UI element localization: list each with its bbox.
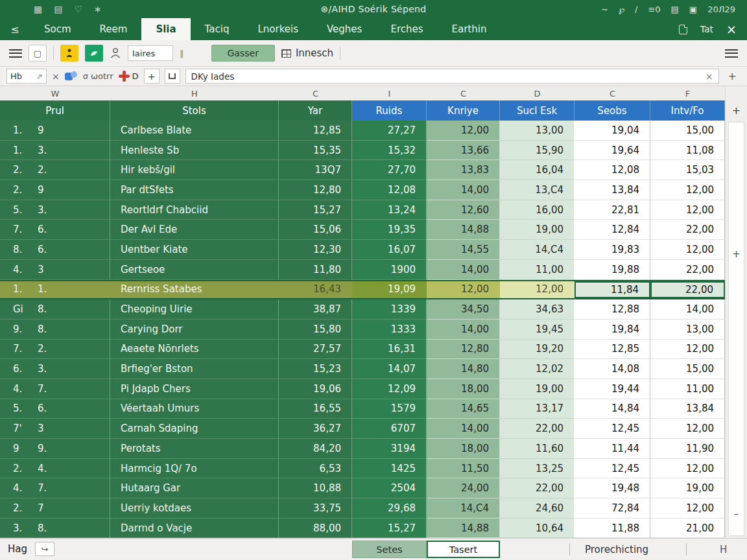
cell[interactable]: 1. [0, 121, 31, 141]
cell[interactable]: 27,57 [279, 340, 352, 360]
cell[interactable]: 7. [31, 379, 110, 399]
cell[interactable]: 9 [31, 121, 110, 141]
cell[interactable]: 24,00 [427, 478, 500, 498]
cell[interactable]: 29,68 [352, 498, 427, 519]
person-icon[interactable] [110, 47, 121, 59]
cell[interactable]: 3194 [352, 439, 427, 459]
menu-tab-slia[interactable]: Slia [141, 18, 190, 40]
cell[interactable]: Der Avl Ede [110, 220, 279, 240]
table-row[interactable]: 99.Perotats84,20319418,0011,6011,4411,90 [0, 439, 725, 459]
column-header-knriye[interactable]: Knriye [427, 100, 500, 121]
panel-icon[interactable]: ▤ [671, 5, 679, 14]
table-row[interactable]: 7.2.Aeaete Nōnrlets27,5716,3112,8019,201… [0, 340, 725, 360]
cell[interactable]: Darrnd o Vacje [110, 519, 279, 539]
cell[interactable]: 19,45 [500, 320, 575, 340]
cell[interactable]: 11,84 [575, 281, 650, 299]
cell[interactable]: 14,88 [427, 220, 500, 240]
menu-tab-reem[interactable]: Reem [86, 18, 142, 40]
cell[interactable]: 15,80 [279, 320, 352, 340]
table-row[interactable]: 1.9Carlbese Blate12,8527,2712,0013,0019,… [0, 121, 725, 141]
table-row[interactable]: 2.2.Hir kebš/gil13Q727,7013,8316,0412,08… [0, 160, 725, 180]
window-icon[interactable]: ▣ [689, 5, 697, 14]
cell[interactable]: 16,55 [279, 399, 352, 419]
cell[interactable]: 12,84 [575, 220, 650, 240]
cell[interactable]: 3. [0, 519, 31, 539]
cell[interactable]: 14,C4 [427, 498, 500, 519]
cell[interactable]: 15,03 [650, 160, 725, 180]
sheet-tab-tasert[interactable]: Tasert [427, 541, 500, 558]
cell[interactable]: Cheoping Uirie [110, 299, 279, 320]
cell[interactable]: 18,00 [427, 379, 500, 399]
cell[interactable]: 36,27 [279, 419, 352, 439]
cancel-icon[interactable]: × [52, 71, 60, 82]
table-row[interactable]: 5.6.Véertaah Umurs16,55157914,6513,1714,… [0, 399, 725, 419]
cell[interactable]: 13,84 [575, 180, 650, 200]
table-row[interactable]: 2.9Par dtSfets12,8012,0814,0013,C413,841… [0, 180, 725, 200]
cell[interactable]: 12,80 [279, 180, 352, 200]
cell[interactable]: Uentber Kiate [110, 240, 279, 260]
cell[interactable]: 27,27 [352, 121, 427, 141]
cell[interactable]: 5. [0, 399, 31, 419]
cell[interactable]: 8. [31, 519, 110, 539]
cell[interactable]: 16,04 [500, 160, 575, 180]
folder-button[interactable]: ▢ [29, 45, 47, 62]
table-row[interactable]: 3.8.Darrnd o Vacje88,0015,2714,8810,6411… [0, 519, 725, 539]
cell[interactable]: Carying Dorr [110, 320, 279, 340]
cell[interactable]: 11,90 [650, 439, 725, 459]
cell[interactable]: 19,64 [575, 141, 650, 161]
cell[interactable]: 12,85 [575, 340, 650, 360]
column-letter[interactable]: D [500, 86, 575, 100]
cell[interactable]: 14,80 [427, 359, 500, 379]
cell[interactable]: 13Q7 [279, 160, 352, 180]
cell[interactable]: 6707 [352, 419, 427, 439]
cell[interactable]: 1339 [352, 299, 427, 320]
cell[interactable]: 10,64 [500, 519, 575, 539]
cell[interactable]: 13,66 [427, 141, 500, 161]
cell[interactable]: 12,00 [650, 340, 725, 360]
cell[interactable]: 33,75 [279, 498, 352, 519]
insert-plus-button[interactable]: + [144, 69, 160, 84]
close-icon[interactable]: × [726, 22, 737, 36]
table-row[interactable]: 4.7.Pi Jdapb Chers19,0612,0918,0019,0019… [0, 379, 725, 399]
cell[interactable]: 14,08 [575, 359, 650, 379]
column-letter[interactable]: I [352, 86, 427, 100]
slash-icon[interactable]: ∕ [635, 5, 637, 14]
cell[interactable]: 27,70 [352, 160, 427, 180]
cell[interactable]: Carnah Sdaping [110, 419, 279, 439]
cell[interactable]: 21,00 [650, 519, 725, 539]
cell[interactable]: 8. [31, 320, 110, 340]
cell[interactable]: 1. [0, 141, 31, 161]
cell[interactable]: 19,06 [279, 379, 352, 399]
cell[interactable]: 19,00 [500, 220, 575, 240]
cell[interactable]: 13,C4 [500, 180, 575, 200]
column-letter[interactable]: W [0, 86, 110, 100]
add-row-button[interactable]: + [726, 248, 747, 260]
table-row-selected[interactable]: 1.1.Rernriss Satabes16,4319,0912,0012,00… [0, 280, 725, 300]
cell[interactable]: 12,00 [650, 180, 725, 200]
chart-blue-icon[interactable] [65, 71, 78, 82]
cell[interactable]: 13,84 [650, 399, 725, 419]
cell[interactable]: 38,87 [279, 299, 352, 320]
cell[interactable]: 11,80 [279, 260, 352, 280]
scrollbar-track[interactable] [728, 122, 744, 536]
cell[interactable]: 14,84 [575, 399, 650, 419]
cell[interactable]: 14,88 [427, 519, 500, 539]
cell[interactable]: Brfieg'er Bston [110, 359, 279, 379]
menu-right-label[interactable]: Tat [700, 24, 713, 34]
column-header-ruids[interactable]: Ruids [352, 100, 427, 121]
cell[interactable]: 11,60 [500, 439, 575, 459]
column-letter[interactable]: C [279, 86, 352, 100]
sheet-tab-setes[interactable]: Setes [352, 541, 427, 558]
cell[interactable]: 72,84 [575, 498, 650, 519]
cell[interactable]: 24,60 [500, 498, 575, 519]
cell[interactable]: 4. [0, 379, 31, 399]
cell[interactable]: 10,88 [279, 478, 352, 498]
cell[interactable]: Gi [0, 299, 31, 320]
cell[interactable]: 18,00 [427, 439, 500, 459]
cell[interactable]: Hir kebš/gil [110, 160, 279, 180]
cell[interactable]: 14,00 [650, 299, 725, 320]
column-header-prul[interactable]: Prul [0, 100, 110, 121]
cell[interactable]: 13,83 [427, 160, 500, 180]
red-plus-icon[interactable] [119, 71, 130, 82]
cell[interactable]: 4. [31, 459, 110, 479]
